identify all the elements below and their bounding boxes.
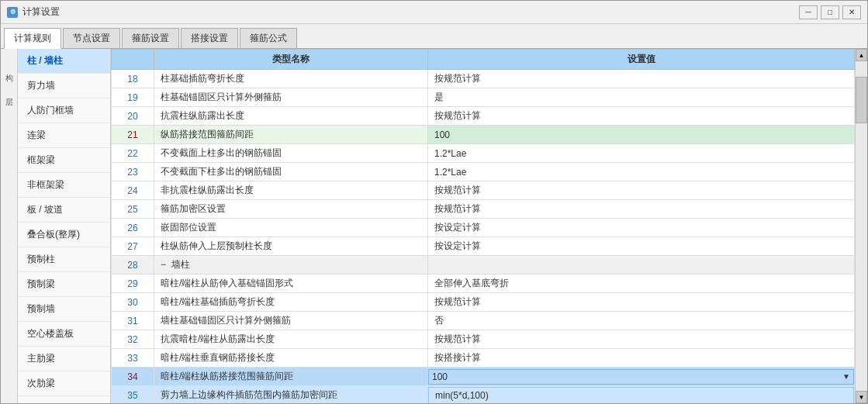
- title-bar: ⚙ 计算设置 ─ □ ✕: [1, 1, 867, 24]
- row-num-18: 18: [112, 70, 154, 88]
- table-row: 30 暗柱/端柱基础插筋弯折长度 按规范计算: [112, 293, 855, 312]
- row-num-29: 29: [112, 275, 154, 293]
- table-row: 25 箍筋加密区设置 按规范计算: [112, 200, 855, 219]
- row-num-33: 33: [112, 349, 154, 368]
- table-row: 21 纵筋搭接范围箍筋间距 100: [112, 126, 855, 144]
- row-name-33: 暗柱/端柱垂直钢筋搭接长度: [154, 349, 428, 368]
- row-value-30[interactable]: 按规范计算: [428, 293, 855, 312]
- nav-item-non-frame-beam[interactable]: 非框架梁: [18, 173, 110, 198]
- row-name-21: 纵筋搭接范围箍筋间距: [154, 126, 428, 144]
- row-num-28: 28: [112, 256, 154, 275]
- content-area: 构 层 柱 / 墙柱 剪力墙 人防门框墙 连梁 框架梁 非框架梁 板 / 坡道 …: [1, 49, 867, 403]
- scrollbar-vertical[interactable]: ▲ ▼: [855, 49, 867, 403]
- nav-item-composite-slab[interactable]: 叠合板(整厚): [18, 223, 110, 247]
- nav-item-lintel[interactable]: 连梁: [18, 123, 110, 148]
- dropdown-option-item[interactable]: min(5*d,100): [428, 387, 854, 404]
- row-value-27[interactable]: 按设定计算: [428, 237, 855, 256]
- table-row-selected: 34 暗柱/端柱纵筋搭接范围箍筋间距 ➔ 100 ▼: [112, 368, 855, 386]
- row-name-32: 抗震暗柱/端柱从筋露出长度: [154, 330, 428, 349]
- table-row: 26 嵌固部位设置 按设定计算: [112, 219, 855, 237]
- dropdown-arrow-icon[interactable]: ▼: [842, 372, 850, 381]
- scroll-track[interactable]: [856, 61, 867, 391]
- nav-item-main-rib[interactable]: 主肋梁: [18, 347, 110, 371]
- table-container[interactable]: 类型名称 设置值 18 柱基础插筋弯折长度 按规范计算 19: [111, 49, 855, 403]
- section-toggle-icon[interactable]: −: [161, 259, 166, 270]
- row-num-20: 20: [112, 107, 154, 126]
- nav-item-column[interactable]: 柱 / 墙柱: [18, 49, 110, 74]
- row-value-20[interactable]: 按规范计算: [428, 107, 855, 126]
- row-name-23: 不变截面下柱多出的钢筋锚固: [154, 163, 428, 181]
- col-header-num: [112, 50, 154, 70]
- nav-item-stairs[interactable]: 楼梯: [18, 396, 110, 403]
- table-row: 18 柱基础插筋弯折长度 按规范计算: [112, 70, 855, 88]
- row-value-23[interactable]: 1.2*Lae: [428, 163, 855, 181]
- table-row: 29 暗柱/端柱从筋伸入基础锚固形式 全部伸入基底弯折: [112, 275, 855, 293]
- scroll-thumb[interactable]: [856, 77, 867, 123]
- row-value-26[interactable]: 按设定计算: [428, 219, 855, 237]
- row-num-19: 19: [112, 88, 154, 107]
- row-name-27: 柱纵筋伸入上层预制柱长度: [154, 237, 428, 256]
- row-value-22[interactable]: 1.2*Lae: [428, 144, 855, 163]
- scroll-up-btn[interactable]: ▲: [856, 49, 867, 61]
- maximize-button[interactable]: □: [821, 5, 839, 19]
- row-num-23: 23: [112, 163, 154, 181]
- settings-table: 类型名称 设置值 18 柱基础插筋弯折长度 按规范计算 19: [111, 49, 855, 403]
- col-header-name: 类型名称: [154, 50, 428, 70]
- nav-item-hollow-floor[interactable]: 空心楼盖板: [18, 322, 110, 347]
- row-name-25: 箍筋加密区设置: [154, 200, 428, 219]
- row-name-18: 柱基础插筋弯折长度: [154, 70, 428, 88]
- tab-rebar-settings[interactable]: 箍筋设置: [122, 28, 179, 48]
- table-row-dropdown-option: 35 剪力墙上边缘构件插筋范围内箍筋加密间距 min(5*d,100): [112, 386, 855, 404]
- row-num-26: 26: [112, 219, 154, 237]
- row-name-29: 暗柱/端柱从筋伸入基础锚固形式: [154, 275, 428, 293]
- row-num-31: 31: [112, 312, 154, 330]
- row-value-19[interactable]: 是: [428, 88, 855, 107]
- minimize-button[interactable]: ─: [799, 5, 818, 19]
- row-value-25[interactable]: 按规范计算: [428, 200, 855, 219]
- row-value-21[interactable]: 100: [428, 126, 855, 144]
- row-value-34[interactable]: 100 ▼: [428, 368, 855, 386]
- left-nav-panel: 柱 / 墙柱 剪力墙 人防门框墙 连梁 框架梁 非框架梁 板 / 坡道 叠合板(…: [18, 49, 111, 403]
- row-num-30: 30: [112, 293, 154, 312]
- tab-rebar-formula[interactable]: 箍筋公式: [240, 28, 297, 48]
- nav-item-secondary-rib[interactable]: 次肋梁: [18, 371, 110, 396]
- tab-splice-settings[interactable]: 搭接设置: [181, 28, 238, 48]
- table-row-section: 28 − 墙柱: [112, 256, 855, 275]
- row-num-25: 25: [112, 200, 154, 219]
- tab-bar: 计算规则 节点设置 箍筋设置 搭接设置 箍筋公式: [1, 24, 867, 49]
- row-value-18[interactable]: 按规范计算: [428, 70, 855, 88]
- nav-item-precast-beam[interactable]: 预制梁: [18, 272, 110, 297]
- row-value-33[interactable]: 按搭接计算: [428, 349, 855, 368]
- row-num-35: 35: [112, 386, 154, 404]
- table-row: 27 柱纵筋伸入上层预制柱长度 按设定计算: [112, 237, 855, 256]
- row-value-29[interactable]: 全部伸入基底弯折: [428, 275, 855, 293]
- table-row: 24 非抗震柱纵筋露出长度 按规范计算: [112, 181, 855, 200]
- far-left-panel: 构 层: [1, 49, 18, 403]
- row-num-27: 27: [112, 237, 154, 256]
- row-name-35: 剪力墙上边缘构件插筋范围内箍筋加密间距: [154, 386, 428, 404]
- row-name-19: 柱基础锚固区只计算外侧箍筋: [154, 88, 428, 107]
- tab-node-settings[interactable]: 节点设置: [63, 28, 120, 48]
- nav-item-shear-wall[interactable]: 剪力墙: [18, 74, 110, 98]
- row-section-28[interactable]: − 墙柱: [154, 256, 428, 275]
- row-value-31[interactable]: 否: [428, 312, 855, 330]
- tab-calc-rules[interactable]: 计算规则: [4, 28, 61, 49]
- main-table-area: 类型名称 设置值 18 柱基础插筋弯折长度 按规范计算 19: [111, 49, 855, 403]
- row-value-32[interactable]: 按规范计算: [428, 330, 855, 349]
- nav-item-precast-wall[interactable]: 预制墙: [18, 297, 110, 322]
- nav-item-precast-column[interactable]: 预制柱: [18, 247, 110, 272]
- row-name-22: 不变截面上柱多出的钢筋锚固: [154, 144, 428, 163]
- main-window: ⚙ 计算设置 ─ □ ✕ 计算规则 节点设置 箍筋设置 搭接设置 箍筋公式 构 …: [0, 0, 868, 404]
- scroll-down-btn[interactable]: ▼: [856, 391, 867, 403]
- row-num-24: 24: [112, 181, 154, 200]
- row-value-35-dropdown[interactable]: min(5*d,100): [428, 386, 855, 404]
- close-button[interactable]: ✕: [842, 5, 861, 19]
- app-icon: ⚙: [7, 7, 18, 18]
- row-name-30: 暗柱/端柱基础插筋弯折长度: [154, 293, 428, 312]
- table-row: 31 墙柱基础锚固区只计算外侧箍筋 否: [112, 312, 855, 330]
- nav-item-slab[interactable]: 板 / 坡道: [18, 198, 110, 223]
- row-value-24[interactable]: 按规范计算: [428, 181, 855, 200]
- section-label-28: 墙柱: [171, 259, 190, 270]
- nav-item-civil-defense[interactable]: 人防门框墙: [18, 98, 110, 123]
- nav-item-frame-beam[interactable]: 框架梁: [18, 148, 110, 173]
